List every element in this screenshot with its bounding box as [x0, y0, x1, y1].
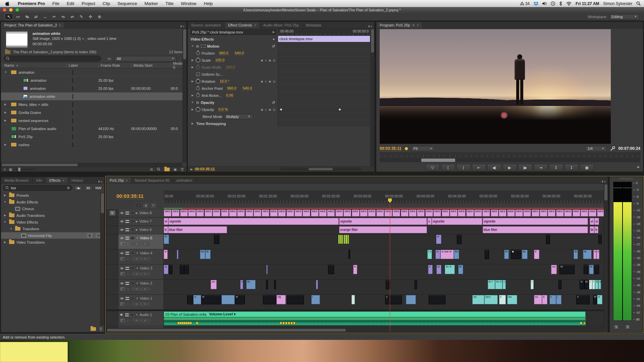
set-display-style-icon[interactable]: [120, 319, 125, 322]
project-row-animation[interactable]: animation25.00 fps: [1, 76, 186, 84]
menu-item-clip[interactable]: Clip: [99, 1, 114, 6]
go-to-out-button[interactable]: ⇥: [534, 164, 548, 171]
keyframe-toggle-icon[interactable]: ◇: [127, 287, 129, 291]
timeline-clip[interactable]: MEE: [262, 209, 269, 217]
timeline-clip[interactable]: l: [531, 280, 534, 289]
timeline-clip[interactable]: st: [436, 235, 441, 244]
sequence-tab-nested-sequence-06[interactable]: Nested Sequence 06: [131, 177, 173, 183]
dropbox-icon[interactable]: [534, 2, 538, 6]
timeline-ruler[interactable]: 00:0000:00:30:0000:01:00:0000:01:30:0000…: [164, 190, 608, 203]
timeline-clip[interactable]: MEE: [507, 209, 515, 217]
solo-right-button[interactable]: S: [625, 324, 631, 329]
keyframe-nav-pill[interactable]: ◀◇▶: [131, 242, 151, 246]
blend-mode-dropdown[interactable]: Multiply▼: [224, 114, 253, 119]
label-chip[interactable]: [72, 102, 73, 107]
timeline-clip[interactable]: b: [164, 226, 168, 233]
slip-tool[interactable]: ⇋: [59, 13, 67, 20]
settings-wrench-icon[interactable]: [610, 146, 615, 151]
timeline-clip[interactable]: [558, 280, 561, 289]
column-header-frame-rate[interactable]: Frame Rate: [98, 63, 131, 68]
menu-item-edit[interactable]: Edit: [63, 1, 78, 6]
timeline-clip[interactable]: MEE: [425, 209, 433, 217]
reset-effect-icon[interactable]: ↺: [272, 100, 278, 105]
track-lock-toggle[interactable]: [130, 282, 135, 285]
keyframe-nav-pill[interactable]: ◀◇▶: [131, 318, 151, 322]
timeline-clip[interactable]: fir f: [488, 280, 495, 289]
button-editor-plus[interactable]: +: [637, 164, 640, 170]
timeline-vscrollbar[interactable]: [604, 184, 608, 328]
zoom-tool[interactable]: ⊕: [95, 13, 104, 20]
menu-item-window[interactable]: Window: [177, 1, 200, 6]
track-lock-toggle[interactable]: [130, 266, 135, 270]
set-display-style-icon[interactable]: [120, 287, 125, 291]
timeline-clip[interactable]: MEE: [392, 209, 400, 217]
collapse-track-arrow[interactable]: ▼: [136, 237, 139, 240]
timeline-clip[interactable]: MEE: [573, 209, 580, 217]
timeline-clip[interactable]: [169, 265, 172, 274]
track-content-v7[interactable]: vivignettevignettevvignettevignettevivi: [164, 218, 608, 226]
step-forward-button[interactable]: |▶: [518, 164, 532, 171]
wifi-icon[interactable]: [566, 2, 572, 6]
timeline-clip[interactable]: vignette: [339, 218, 427, 225]
stopwatch-icon[interactable]: [196, 79, 200, 83]
effects-tree-item-audio-transitions[interactable]: ▶Audio Transitions: [1, 212, 104, 219]
sequence-tab-animation[interactable]: animation: [173, 177, 196, 183]
collapse-track-arrow[interactable]: ▶: [136, 212, 138, 215]
timeline-clip[interactable]: [316, 280, 318, 289]
timeline-clip[interactable]: vi: [164, 250, 168, 259]
stopwatch-icon[interactable]: [196, 51, 200, 55]
param-value[interactable]: 100.0: [226, 65, 235, 69]
timeline-clip[interactable]: MEE: [417, 209, 425, 217]
work-area-bar[interactable]: [164, 204, 608, 206]
timeline-clip[interactable]: [263, 295, 276, 304]
timeline-clip[interactable]: [598, 235, 602, 244]
timeline-clip[interactable]: w: [193, 295, 201, 304]
effect-timeline-ruler[interactable]: :00:45:0000:00:50:0: [278, 28, 370, 35]
collapse-track-arrow[interactable]: ▼: [136, 252, 139, 255]
timeline-clip[interactable]: l: [311, 295, 320, 304]
track-lock-toggle[interactable]: [130, 236, 135, 240]
keyframe-nav-pill[interactable]: ◀◇▶: [131, 287, 151, 291]
timeline-clip[interactable]: bu: [534, 295, 542, 304]
toggle-track-output[interactable]: [120, 282, 124, 285]
timeline-clip[interactable]: vignette: [168, 218, 339, 225]
chevron-down-icon[interactable]: ▼: [82, 38, 85, 41]
column-header-name[interactable]: Name∧: [1, 63, 66, 68]
menu-item-marker[interactable]: Marker: [141, 1, 162, 6]
timeline-clip[interactable]: vignette: [483, 218, 588, 225]
workspace-dropdown[interactable]: Editing▼: [609, 14, 639, 19]
timeline-clip[interactable]: l: [592, 280, 595, 289]
audio-keyframe[interactable]: [282, 322, 285, 324]
timeline-clip[interactable]: MEE: [499, 209, 506, 217]
effect-controls-hscrollbar[interactable]: [280, 168, 361, 171]
keyframe-toggle-icon[interactable]: ◇: [127, 257, 129, 260]
sticky-note[interactable]: [0, 342, 68, 362]
track-content-a1[interactable]: 03 Plan of Salvation.m4aVolume:Level ▾: [164, 311, 608, 326]
collapse-section-icon[interactable]: ▲: [272, 38, 278, 41]
timeline-clip[interactable]: [266, 265, 268, 274]
tab-metadata[interactable]: Metadata: [303, 22, 325, 28]
panel-menu-icon[interactable]: ▼≡: [96, 180, 104, 183]
toggle-track-output[interactable]: [120, 267, 124, 270]
keyframe-nav[interactable]: ◀◇▶▷: [260, 59, 278, 62]
spotlight-icon[interactable]: [636, 1, 641, 6]
set-display-style-icon[interactable]: [120, 257, 125, 260]
timeline-clip[interactable]: MEE: [532, 209, 539, 217]
snap-toggle[interactable]: ∩: [136, 203, 141, 208]
timeline-clip[interactable]: [352, 295, 355, 304]
sync-lock-icon[interactable]: [125, 297, 129, 300]
track-content-v5[interactable]: Blst: [164, 234, 608, 249]
effects-vscrollbar[interactable]: [100, 192, 104, 325]
new-custom-bin-button[interactable]: [91, 327, 96, 331]
track-select-tool[interactable]: ↦: [14, 13, 22, 20]
adobe-updater-icon[interactable]: 34: [520, 1, 530, 6]
timeline-clip[interactable]: orange filter: [339, 226, 427, 233]
timeline-clip[interactable]: Bl: [164, 235, 169, 244]
reset-effect-icon[interactable]: ↺: [272, 44, 278, 49]
zoom-slider[interactable]: [15, 169, 36, 170]
sync-lock-icon[interactable]: [125, 282, 129, 285]
project-row-gorilla-grains[interactable]: ▶Gorilla Grains: [1, 109, 186, 117]
timeline-clip[interactable]: Al: [595, 280, 598, 289]
volume-icon[interactable]: [542, 2, 547, 5]
timeline-clip[interactable]: MEE: [433, 209, 441, 217]
